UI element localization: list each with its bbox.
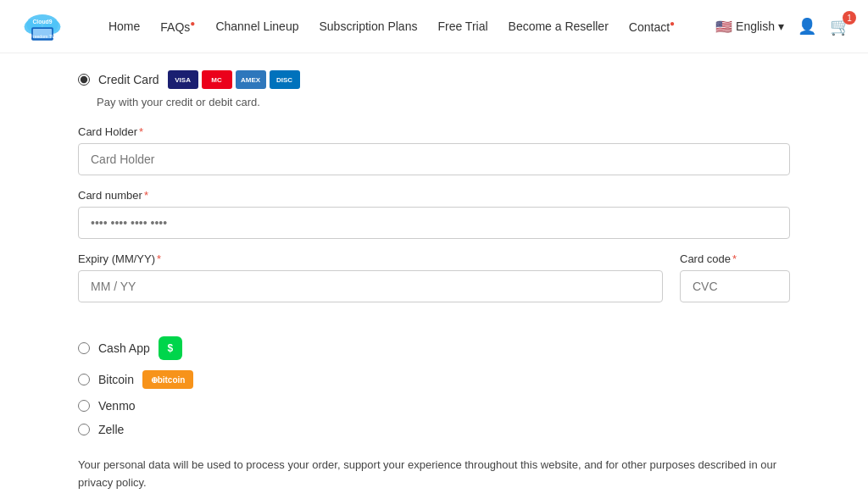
privacy-notice: Your personal data will be used to proce… xyxy=(78,457,790,492)
cashapp-radio[interactable] xyxy=(78,342,90,354)
nav-contact[interactable]: Contact● xyxy=(629,19,675,34)
visa-logo: VISA xyxy=(168,70,198,89)
card-holder-group: Card Holder* xyxy=(78,125,790,175)
mastercard-logo: MC xyxy=(202,70,232,89)
venmo-radio[interactable] xyxy=(78,400,90,412)
bitcoin-label[interactable]: Bitcoin xyxy=(98,373,134,386)
header: Cloud9 Freedom TV Home FAQs● Channel Lin… xyxy=(0,0,868,53)
card-holder-input[interactable] xyxy=(78,143,790,175)
expiry-cvc-row: Expiry (MM/YY)* Card code* xyxy=(78,252,790,316)
card-holder-label: Card Holder* xyxy=(78,125,790,138)
cashapp-label[interactable]: Cash App xyxy=(98,341,150,355)
credit-card-radio[interactable] xyxy=(78,74,90,86)
bitcoin-option-row: Bitcoin ⊕bitcoin xyxy=(78,370,790,389)
language-dropdown-arrow: ▾ xyxy=(778,19,784,33)
card-logos: VISA MC AMEX DISC xyxy=(168,70,300,89)
bitcoin-radio[interactable] xyxy=(78,374,90,385)
language-label: English xyxy=(736,19,775,33)
credit-card-row: Credit Card VISA MC AMEX DISC xyxy=(78,70,790,89)
zelle-radio[interactable] xyxy=(78,424,90,435)
cashapp-icon: $ xyxy=(159,336,182,360)
logo[interactable]: Cloud9 Freedom TV xyxy=(17,8,68,46)
venmo-label[interactable]: Venmo xyxy=(98,399,136,413)
expiry-input[interactable] xyxy=(78,270,663,302)
card-number-label: Card number* xyxy=(78,189,790,202)
card-code-label: Card code* xyxy=(680,252,790,265)
main-content: Credit Card VISA MC AMEX DISC Pay with y… xyxy=(53,53,815,499)
cvc-group: Card code* xyxy=(680,252,790,302)
svg-text:Freedom TV: Freedom TV xyxy=(31,34,55,39)
discover-logo: DISC xyxy=(270,70,300,89)
zelle-option-row: Zelle xyxy=(78,423,790,436)
nav-free-trial[interactable]: Free Trial xyxy=(437,19,487,33)
card-number-group: Card number* xyxy=(78,189,790,239)
main-nav: Home FAQs● Channel Lineup Subscription P… xyxy=(68,19,715,34)
cvc-input[interactable] xyxy=(680,270,790,302)
credit-card-section: Credit Card VISA MC AMEX DISC Pay with y… xyxy=(78,70,790,316)
cart-button[interactable]: 🛒 1 xyxy=(830,16,851,36)
nav-channel-lineup[interactable]: Channel Lineup xyxy=(215,19,298,33)
nav-subscription-plans[interactable]: Subscription Plans xyxy=(319,19,417,33)
zelle-label[interactable]: Zelle xyxy=(98,423,124,436)
cashapp-option-row: Cash App $ xyxy=(78,336,790,360)
cart-badge: 1 xyxy=(843,11,856,25)
card-number-input[interactable] xyxy=(78,207,790,239)
credit-card-label[interactable]: Credit Card xyxy=(98,73,159,86)
bitcoin-icon: ⊕bitcoin xyxy=(142,370,193,389)
venmo-option-row: Venmo xyxy=(78,399,790,413)
nav-home[interactable]: Home xyxy=(108,19,140,33)
header-right: 🇺🇸 English ▾ 👤 🛒 1 xyxy=(715,16,851,36)
expiry-group: Expiry (MM/YY)* xyxy=(78,252,663,302)
user-account-icon[interactable]: 👤 xyxy=(798,17,816,36)
payment-options: Cash App $ Bitcoin ⊕bitcoin Venmo Zelle xyxy=(78,336,790,436)
nav-faqs[interactable]: FAQs● xyxy=(160,19,195,34)
svg-text:Cloud9: Cloud9 xyxy=(32,19,52,25)
expiry-label: Expiry (MM/YY)* xyxy=(78,252,663,265)
flag-icon: 🇺🇸 xyxy=(715,19,732,35)
language-selector[interactable]: 🇺🇸 English ▾ xyxy=(715,19,784,35)
amex-logo: AMEX xyxy=(236,70,266,89)
nav-become-reseller[interactable]: Become a Reseller xyxy=(509,19,609,33)
credit-card-description: Pay with your credit or debit card. xyxy=(97,96,790,108)
